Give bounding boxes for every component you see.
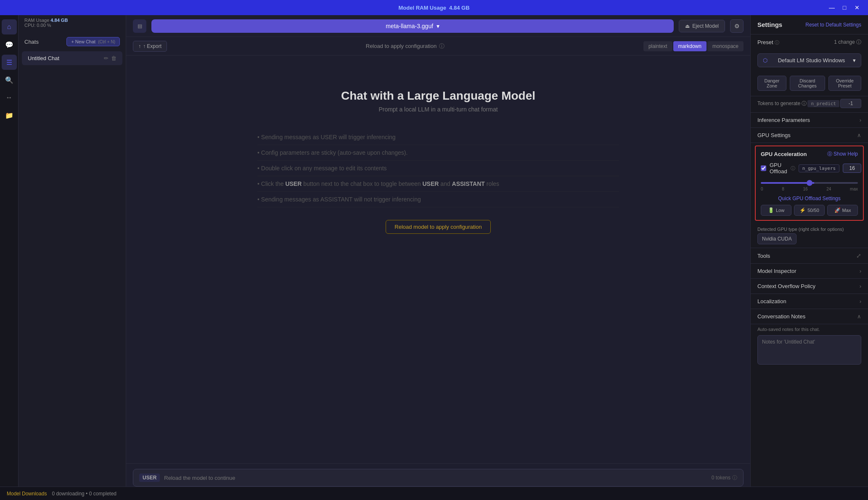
slider-label-16: 16: [803, 187, 807, 191]
cpu-value: 0.00 %: [37, 23, 51, 28]
chat-input-field[interactable]: [164, 475, 707, 481]
new-chat-shortcut: (Ctrl + N): [98, 40, 115, 44]
quick-5050-label: 50/50: [807, 208, 819, 213]
format-markdown-button[interactable]: markdown: [673, 41, 707, 51]
quick-low-label: Low: [776, 208, 784, 213]
edit-chat-icon[interactable]: ✏: [104, 55, 108, 61]
arrows-icon[interactable]: ↔: [2, 90, 17, 105]
format-buttons: plaintext markdown monospace: [643, 41, 744, 51]
token-count: 0 tokens ⓘ: [712, 474, 737, 481]
reset-defaults-button[interactable]: Reset to Default Settings: [805, 22, 861, 28]
tokens-label: Tokens to generate ⓘ: [757, 100, 807, 107]
conversation-notes-section[interactable]: Conversation Notes ∧: [751, 309, 868, 324]
model-dropdown-icon: ▾: [437, 23, 439, 29]
user-role-badge[interactable]: USER: [139, 474, 160, 482]
chat-icon[interactable]: 💬: [2, 37, 17, 52]
search-icon[interactable]: 🔍: [2, 72, 17, 87]
gpu-offload-value-input[interactable]: [843, 164, 861, 173]
gpu-offload-tag: n_gpu_layers: [799, 164, 839, 172]
model-downloads-link[interactable]: Model Downloads: [7, 491, 47, 497]
chat-hint-2: • Config parameters are sticky (auto-sav…: [257, 145, 619, 161]
format-monospace-button[interactable]: monospace: [707, 41, 744, 51]
gpu-offload-info-icon: ⓘ: [791, 165, 795, 172]
tokens-tag: n_predict: [807, 100, 839, 107]
messages-icon[interactable]: ☰: [2, 55, 17, 70]
chat-welcome: Chat with a Large Language Model Prompt …: [341, 89, 535, 113]
gpu-offload-slider[interactable]: [761, 182, 858, 184]
context-overflow-chevron-icon: ›: [860, 283, 861, 289]
home-icon[interactable]: ⌂: [2, 19, 17, 34]
gpu-settings-header[interactable]: GPU Settings ∧: [751, 128, 868, 143]
preset-icon: ⬡: [763, 57, 767, 63]
preset-chevron-icon: ▾: [853, 57, 856, 63]
auto-saved-label: Auto-saved notes for this chat.: [757, 327, 861, 332]
inference-parameters-section[interactable]: Inference Parameters ›: [751, 113, 868, 128]
context-overflow-section[interactable]: Context Overflow Policy ›: [751, 279, 868, 294]
localization-section[interactable]: Localization ›: [751, 294, 868, 309]
tokens-value-input[interactable]: [840, 99, 861, 108]
ram-value: 4.84 GB: [50, 18, 68, 23]
maximize-button[interactable]: □: [840, 3, 849, 12]
gpu-slider-labels: 0 8 16 24 max: [761, 187, 858, 191]
delete-chat-icon[interactable]: 🗑: [111, 55, 116, 61]
model-selector-button[interactable]: meta-llama-3.gguf ▾: [151, 19, 674, 33]
inference-chevron-icon: ›: [860, 117, 861, 123]
model-icon: ▤: [133, 19, 146, 33]
slider-label-8: 8: [782, 187, 784, 191]
titlebar-ram: 4.84 GB: [449, 5, 469, 11]
settings-title: Settings: [757, 21, 782, 28]
chat-hints: • Sending messages as USER will trigger …: [257, 130, 619, 207]
app-layout: ⌂ 💬 ☰ 🔍 ↔ 📁 RAM Usage 4.84 GB CPU: 0.00 …: [0, 15, 868, 500]
context-overflow-label: Context Overflow Policy: [757, 283, 815, 289]
eject-model-button[interactable]: ⏏ Eject Model: [679, 20, 725, 32]
chat-item[interactable]: Untitled Chat ✏ 🗑: [22, 51, 122, 65]
detected-gpu-value[interactable]: Nvidia CUDA: [757, 233, 797, 244]
gpu-offload-checkbox[interactable]: [761, 165, 766, 171]
chat-list: Untitled Chat ✏ 🗑: [19, 51, 126, 65]
slider-label-24: 24: [826, 187, 831, 191]
show-help-button[interactable]: ⓪ Show Help: [827, 151, 858, 158]
chat-welcome-subtitle: Prompt a local LLM in a multi-turn chat …: [341, 106, 535, 113]
settings-icon-button[interactable]: ⚙: [730, 19, 744, 33]
export-button[interactable]: ↑ ↑ Export: [133, 41, 167, 52]
detected-gpu-section: Detected GPU type (right click for optio…: [751, 223, 868, 248]
tokens-row: Tokens to generate ⓘ n_predict: [751, 96, 868, 112]
preset-selector-button[interactable]: ⬡ Default LM Studio Windows ▾: [757, 53, 861, 67]
chat-toolbar: ↑ ↑ Export Reload to apply configuration…: [126, 37, 750, 56]
cpu-label: CPU:: [24, 23, 35, 28]
tools-section[interactable]: Tools ⤢: [751, 248, 868, 264]
conversation-notes-input[interactable]: [757, 335, 861, 365]
localization-label: Localization: [757, 298, 786, 304]
preset-value: Default LM Studio Windows: [778, 57, 845, 63]
new-chat-button[interactable]: + New Chat (Ctrl + N): [66, 37, 120, 46]
titlebar-title-text: Model RAM Usage: [398, 5, 446, 11]
eject-label: Eject Model: [692, 23, 719, 29]
titlebar: Model RAM Usage 4.84 GB — □ ✕: [0, 0, 868, 15]
preset-change-badge: 1 change ⓘ: [834, 39, 861, 46]
override-preset-button[interactable]: Override Preset: [828, 76, 861, 91]
close-button[interactable]: ✕: [853, 3, 861, 12]
user-bold: USER: [285, 180, 302, 187]
preset-section: Preset ⓘ 1 change ⓘ ⬡ Default LM Studio …: [751, 34, 868, 96]
preset-selector-row: ⬡ Default LM Studio Windows ▾: [751, 50, 868, 72]
eject-icon: ⏏: [685, 23, 690, 29]
minimize-button[interactable]: —: [828, 3, 836, 12]
reload-banner-button[interactable]: Reload model to apply configuration: [386, 220, 490, 234]
conversation-notes-label: Conversation Notes: [757, 313, 805, 320]
chat-hint-4: • Click the USER button next to the chat…: [257, 176, 619, 192]
danger-zone-button[interactable]: Danger Zone: [757, 76, 786, 91]
conversation-notes-content: Auto-saved notes for this chat.: [751, 324, 868, 371]
chat-hint-1: • Sending messages as USER will trigger …: [257, 130, 619, 145]
quick-5050-button[interactable]: ⚡ 50/50: [794, 205, 825, 216]
gpu-acceleration-header: GPU Acceleration ⓪ Show Help: [761, 151, 858, 158]
quick-low-button[interactable]: 🔋 Low: [761, 205, 791, 216]
max-icon: 🚀: [834, 207, 841, 213]
info-icon: ⓘ: [439, 42, 445, 50]
format-plaintext-button[interactable]: plaintext: [643, 41, 672, 51]
model-inspector-section[interactable]: Model Inspector ›: [751, 264, 868, 279]
folder-icon[interactable]: 📁: [2, 108, 17, 123]
quick-max-button[interactable]: 🚀 Max: [827, 205, 858, 216]
tokens-section: Tokens to generate ⓘ n_predict: [751, 96, 868, 113]
reload-config-label: Reload to apply configuration ⓘ: [172, 42, 638, 50]
discard-changes-button[interactable]: Discard Changes: [790, 76, 825, 91]
